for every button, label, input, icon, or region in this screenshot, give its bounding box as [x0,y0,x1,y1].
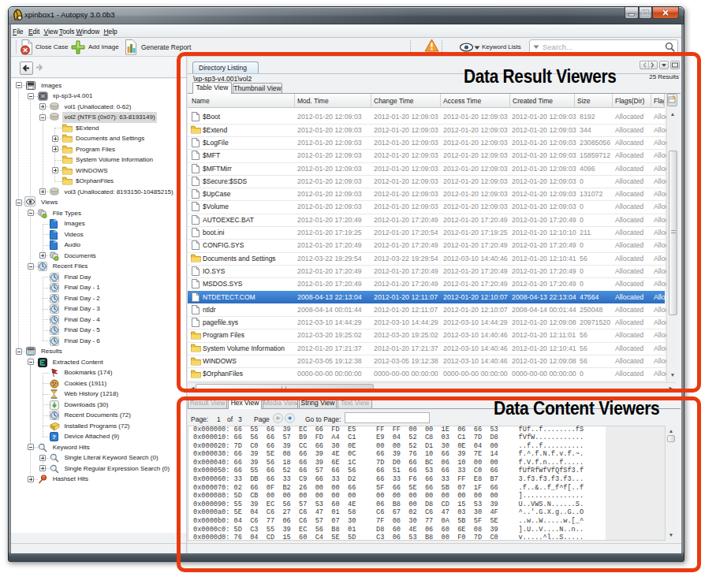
svg-text:?: ? [52,434,56,441]
